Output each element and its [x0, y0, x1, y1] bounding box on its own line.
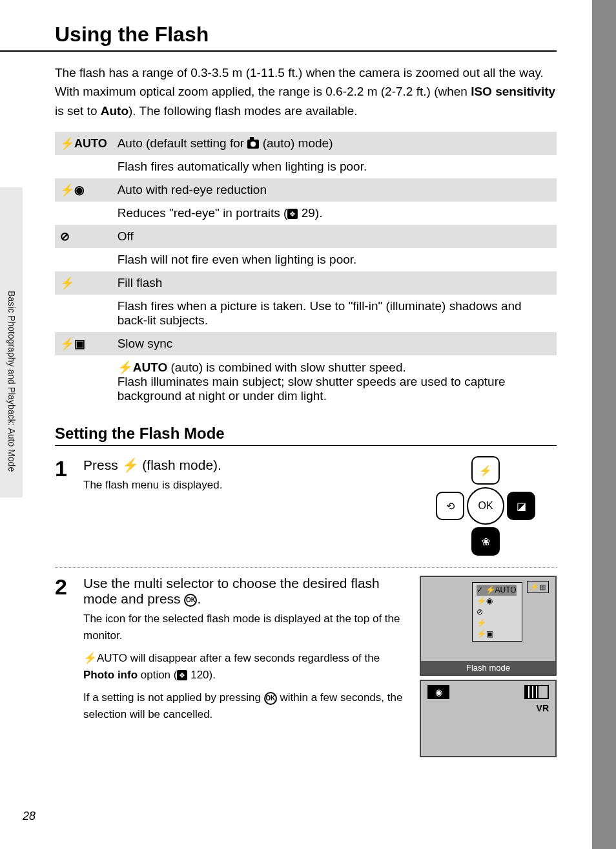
table-row: Flash fires when a picture is taken. Use…: [55, 295, 557, 332]
step-number: 2: [55, 576, 74, 761]
flash-auto-icon: ⚡AUTO: [60, 137, 107, 150]
subsection-title: Setting the Flash Mode: [55, 424, 557, 446]
vr-icon: VR: [537, 703, 549, 713]
step-number: 1: [55, 457, 74, 554]
section-breadcrumb: Basic Photography and Playback: Auto Mod…: [6, 291, 17, 472]
ok-icon: OK: [264, 692, 277, 705]
page-number: 28: [23, 810, 36, 823]
multi-selector-diagram: ⚡ ❀ ⟲ ◪ OK: [437, 457, 534, 554]
table-row: ⊘ Off: [55, 225, 557, 248]
flash-auto-icon: ⚡AUTO: [118, 361, 167, 374]
page-ref-icon: ❖: [177, 670, 187, 680]
step-1: 1 Press ⚡ (flash mode). The flash menu i…: [55, 450, 557, 554]
lcd-menu-illustration: ✓ ⚡AUTO ⚡◉ ⊘ ⚡ ⚡▣ ⚡▥ Flash mode: [420, 576, 557, 676]
table-row: Flash will not fire even when lighting i…: [55, 248, 557, 271]
flash-modes-table: ⚡AUTO Auto (default setting for (auto) m…: [55, 132, 557, 408]
page-title: Using the Flash: [0, 23, 557, 52]
dpad-right-icon: ◪: [507, 492, 535, 520]
table-row: ⚡AUTO Auto (default setting for (auto) m…: [55, 132, 557, 155]
intro-paragraph: The flash has a range of 0.3-3.5 m (1-11…: [55, 63, 557, 120]
flash-off-icon: ⊘: [60, 230, 70, 243]
fill-flash-icon: ⚡: [60, 277, 74, 289]
ok-icon: OK: [184, 594, 197, 607]
camera-mode-icon: ◉: [427, 685, 449, 699]
slow-sync-icon: ⚡▣: [60, 337, 85, 350]
lcd-status-illustration: ◉ VR: [420, 680, 557, 757]
dpad-up-icon: ⚡: [471, 456, 500, 485]
table-row: Flash fires automatically when lighting …: [55, 155, 557, 178]
manual-page: Basic Photography and Playback: Auto Mod…: [0, 0, 592, 849]
dpad-left-icon: ⟲: [436, 492, 464, 520]
dpad-down-icon: ❀: [471, 527, 500, 556]
table-row: Reduces "red-eye" in portraits (❖ 29).: [55, 202, 557, 225]
flash-redeye-icon: ⚡◉: [60, 183, 85, 196]
side-tab: Basic Photography and Playback: Auto Mod…: [0, 187, 23, 498]
table-row: ⚡◉ Auto with red-eye reduction: [55, 178, 557, 202]
table-row: ⚡▣ Slow sync: [55, 332, 557, 355]
camera-icon: [247, 140, 259, 149]
dpad-ok-icon: OK: [467, 487, 504, 525]
flash-icon: ⚡: [122, 457, 139, 472]
flash-auto-icon: ⚡AUTO: [83, 652, 127, 664]
table-row: ⚡ Fill flash: [55, 271, 557, 295]
lcd-footer-label: Flash mode: [421, 661, 555, 675]
table-row: ⚡AUTO (auto) is combined with slow shutt…: [55, 355, 557, 408]
battery-icon: [524, 685, 549, 699]
page-ref-icon: ❖: [287, 209, 298, 219]
step-2: 2 Use the multi selector to choose the d…: [55, 567, 557, 761]
